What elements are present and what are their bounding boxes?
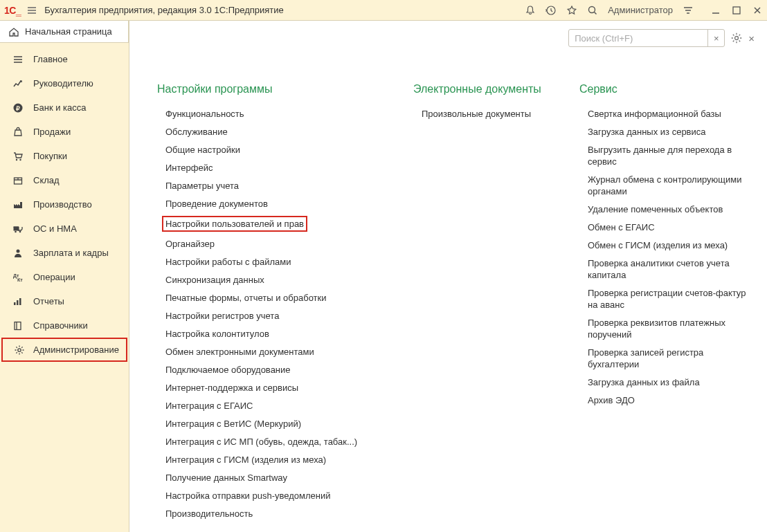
link-list-edocs: Произвольные документы bbox=[413, 108, 559, 120]
link-item[interactable]: Архив ЭДО bbox=[588, 394, 753, 406]
link-item[interactable]: Настройки работы с файлами bbox=[165, 256, 392, 268]
maximize-icon[interactable] bbox=[731, 5, 742, 16]
star-icon[interactable] bbox=[566, 5, 577, 16]
sidebar-item-label: Продажи bbox=[33, 127, 71, 137]
chart-icon bbox=[12, 78, 25, 89]
link-item[interactable]: Интеграция с ИС МП (обувь, одежда, табак… bbox=[165, 436, 392, 448]
link-item[interactable]: Журнал обмена с контролирующими органами bbox=[588, 174, 753, 197]
link-item[interactable]: Получение данных Smartway bbox=[165, 472, 392, 484]
sidebar-item-10[interactable]: Отчеты bbox=[0, 289, 129, 313]
window-controls bbox=[710, 5, 763, 16]
link-item[interactable]: Настройка колонтитулов bbox=[165, 328, 392, 340]
titlebar-actions: Администратор bbox=[525, 5, 763, 16]
home-tab[interactable]: Начальная страница bbox=[0, 21, 129, 43]
svg-rect-16 bbox=[19, 298, 21, 305]
sidebar-item-11[interactable]: Справочники bbox=[0, 313, 129, 338]
link-item[interactable]: Общие настройки bbox=[165, 144, 392, 156]
sidebar-item-7[interactable]: ОС и НМА bbox=[0, 217, 129, 241]
filter-icon[interactable] bbox=[683, 5, 694, 16]
bell-icon[interactable] bbox=[525, 5, 536, 16]
sidebar-item-1[interactable]: Руководителю bbox=[0, 71, 129, 95]
hamburger-icon[interactable] bbox=[26, 5, 37, 16]
link-item[interactable]: Настройки пользователей и прав bbox=[162, 216, 307, 232]
cart-icon bbox=[12, 151, 25, 162]
link-list-service: Свертка информационной базыЗагрузка данн… bbox=[579, 108, 753, 406]
svg-rect-14 bbox=[14, 302, 16, 305]
bag-icon bbox=[12, 127, 25, 138]
gear-icon bbox=[14, 345, 25, 356]
link-item[interactable]: Выгрузить данные для перехода в сервис bbox=[588, 144, 753, 167]
link-item[interactable]: Обмен с ЕГАИС bbox=[588, 221, 753, 233]
col-service: Сервис Свертка информационной базыЗагруз… bbox=[579, 83, 753, 406]
link-item[interactable]: Синхронизация данных bbox=[165, 274, 392, 286]
sidebar-item-0[interactable]: Главное bbox=[0, 47, 129, 71]
sidebar-item-3[interactable]: Продажи bbox=[0, 120, 129, 144]
factory-icon bbox=[12, 199, 25, 210]
search-icon[interactable] bbox=[587, 5, 598, 16]
menu-icon bbox=[12, 54, 25, 65]
link-item[interactable]: Проведение документов bbox=[165, 198, 392, 210]
link-item[interactable]: Интернет-поддержка и сервисы bbox=[165, 382, 392, 394]
svg-point-10 bbox=[19, 230, 21, 232]
link-item[interactable]: Органайзер bbox=[165, 238, 392, 250]
gear-icon[interactable] bbox=[730, 32, 743, 44]
link-item[interactable]: Функциональность bbox=[165, 108, 392, 120]
person-icon bbox=[12, 248, 25, 259]
user-label[interactable]: Администратор bbox=[608, 5, 673, 15]
link-item[interactable]: Обслуживание bbox=[165, 126, 392, 138]
svg-point-11 bbox=[17, 249, 20, 253]
sidebar-item-8[interactable]: Зарплата и кадры bbox=[0, 241, 129, 265]
section-title-program: Настройки программы bbox=[157, 83, 392, 95]
link-item[interactable]: Проверка регистрации счетов-фактур на ав… bbox=[588, 287, 753, 311]
main-layout: Начальная страница ГлавноеРуководителю₽Б… bbox=[0, 21, 767, 532]
sidebar-item-label: Склад bbox=[33, 175, 60, 185]
link-item[interactable]: Загрузка данных из файла bbox=[588, 376, 753, 388]
sidebar-item-9[interactable]: ДтКтОперации bbox=[0, 265, 129, 289]
svg-text:₽: ₽ bbox=[16, 104, 20, 111]
link-item[interactable]: Параметры учета bbox=[165, 180, 392, 192]
svg-rect-8 bbox=[14, 227, 19, 231]
search-input[interactable] bbox=[569, 33, 707, 44]
link-item[interactable]: Настройки регистров учета bbox=[165, 310, 392, 322]
link-item[interactable]: Загрузка данных из сервиса bbox=[588, 126, 753, 138]
link-item[interactable]: Производительность bbox=[165, 508, 392, 520]
sidebar-item-label: Главное bbox=[33, 54, 68, 64]
sidebar-item-2[interactable]: ₽Банк и касса bbox=[0, 95, 129, 120]
truck-icon bbox=[12, 223, 25, 235]
col-program-settings: Настройки программы ФункциональностьОбсл… bbox=[157, 83, 392, 520]
link-list-program: ФункциональностьОбслуживаниеОбщие настро… bbox=[157, 108, 392, 520]
sidebar-item-label: Администрирование bbox=[33, 345, 119, 355]
link-item[interactable]: Произвольные документы bbox=[422, 108, 559, 120]
ledger-icon: ДтКт bbox=[12, 272, 25, 283]
link-item[interactable]: Интеграция с ВетИС (Меркурий) bbox=[165, 418, 392, 430]
link-item[interactable]: Подключаемое оборудование bbox=[165, 364, 392, 376]
sidebar-item-5[interactable]: Склад bbox=[0, 168, 129, 192]
link-item[interactable]: Проверка аналитики счетов учета капитала bbox=[588, 257, 753, 281]
history-icon[interactable] bbox=[545, 5, 557, 16]
sidebar-item-12[interactable]: Администрирование bbox=[1, 338, 127, 362]
link-item[interactable]: Интеграция с ГИСМ (изделия из меха) bbox=[165, 454, 392, 466]
section-title-service: Сервис bbox=[579, 83, 753, 95]
sidebar-item-4[interactable]: Покупки bbox=[0, 144, 129, 168]
sidebar-item-label: Покупки bbox=[33, 151, 67, 161]
link-item[interactable]: Печатные формы, отчеты и обработки bbox=[165, 292, 392, 304]
sidebar-item-label: Операции bbox=[33, 272, 75, 282]
home-tab-label: Начальная страница bbox=[25, 26, 112, 37]
link-item[interactable]: Проверка записей регистра бухгалтерии bbox=[588, 347, 753, 370]
svg-rect-2 bbox=[733, 7, 740, 14]
close-icon[interactable] bbox=[752, 5, 763, 16]
link-item[interactable]: Настройка отправки push-уведомлений bbox=[165, 490, 392, 502]
box-icon bbox=[12, 175, 25, 186]
section-title-edocs: Электронные документы bbox=[413, 83, 559, 95]
minimize-icon[interactable] bbox=[710, 5, 721, 16]
link-item[interactable]: Интерфейс bbox=[165, 162, 392, 174]
sidebar-item-6[interactable]: Производство bbox=[0, 192, 129, 217]
link-item[interactable]: Обмен электронными документами bbox=[165, 346, 392, 358]
link-item[interactable]: Удаление помеченных объектов bbox=[588, 203, 753, 215]
link-item[interactable]: Обмен с ГИСМ (изделия из меха) bbox=[588, 239, 753, 251]
link-item[interactable]: Свертка информационной базы bbox=[588, 108, 753, 120]
search-clear-button[interactable]: × bbox=[707, 30, 724, 46]
link-item[interactable]: Интеграция с ЕГАИС bbox=[165, 400, 392, 412]
panel-close-icon[interactable]: × bbox=[748, 33, 755, 44]
link-item[interactable]: Проверка реквизитов платежных поручений bbox=[588, 317, 753, 340]
